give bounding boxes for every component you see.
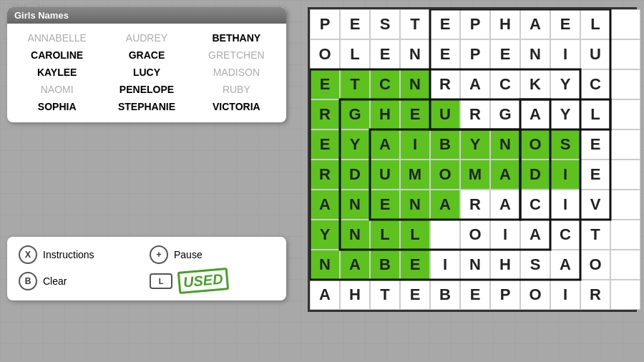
word-kaylee: KAYLEE <box>13 65 101 79</box>
grid-cell: N <box>400 69 430 99</box>
grid-cell: L <box>340 39 370 69</box>
grid-cell: E <box>580 129 610 160</box>
hint-control: L USED <box>150 270 275 292</box>
grid-cell: R <box>460 190 490 220</box>
grid-cell: E <box>580 160 610 190</box>
b-button[interactable]: B <box>19 272 37 290</box>
grid-cell: B <box>370 250 400 280</box>
grid-cell: E <box>370 190 400 220</box>
grid-cell: U <box>580 39 610 69</box>
grid-cell: L <box>400 220 430 250</box>
grid-cell: U <box>430 99 460 129</box>
grid-cell: C <box>490 69 520 99</box>
grid-cell: C <box>370 69 400 99</box>
grid-cell: V <box>580 190 610 220</box>
grid-cell: D <box>340 160 370 190</box>
word-grace: GRACE <box>102 48 190 62</box>
grid-cell: S <box>370 9 400 39</box>
grid-cell: E <box>310 69 340 99</box>
grid-cell: M <box>460 160 490 190</box>
word-ruby: RUBY <box>192 82 280 97</box>
grid-cell: H <box>490 250 520 280</box>
grid-cell <box>610 129 640 160</box>
grid-cell: I <box>430 250 460 280</box>
pause-label: Pause <box>174 249 203 260</box>
grid-cell: N <box>400 190 430 220</box>
grid-cell <box>430 220 460 250</box>
grid-cell <box>610 160 640 190</box>
grid-cell: T <box>400 9 430 39</box>
grid-cell: N <box>340 190 370 220</box>
word-list: ANNABELLE AUDREY BETHANY CAROLINE GRACE … <box>7 24 286 122</box>
grid-cell: E <box>400 99 430 129</box>
word-caroline: CAROLINE <box>13 48 101 62</box>
instructions-control: X Instructions <box>19 245 144 264</box>
grid-cell: Y <box>310 220 340 250</box>
word-list-box: Girls Names ANNABELLE AUDREY BETHANY CAR… <box>7 7 286 122</box>
x-button[interactable]: X <box>19 245 37 264</box>
grid-cell: A <box>340 250 370 280</box>
grid-cell: E <box>400 250 430 280</box>
grid-cell: O <box>430 160 460 190</box>
grid-cell: O <box>460 220 490 250</box>
grid-cell: O <box>310 39 340 69</box>
grid-cell: N <box>400 39 430 69</box>
grid-cell: P <box>490 280 520 310</box>
used-stamp: USED <box>177 268 229 294</box>
grid-cell: I <box>550 280 580 310</box>
grid-cell: B <box>430 129 460 160</box>
grid-cell: N <box>310 250 340 280</box>
grid-cell: L <box>580 99 610 129</box>
grid-cell: P <box>310 9 340 39</box>
grid-cell: P <box>460 9 490 39</box>
grid-cell: E <box>430 39 460 69</box>
grid-cell <box>610 69 640 99</box>
grid-cell: T <box>370 280 400 310</box>
grid-cell: A <box>550 250 580 280</box>
grid-cell: H <box>340 280 370 310</box>
grid-cell <box>610 190 640 220</box>
grid-cell: O <box>520 129 550 160</box>
grid-cell: Y <box>550 99 580 129</box>
word-annabelle: ANNABELLE <box>13 31 101 45</box>
word-madison: MADISON <box>192 65 280 79</box>
grid-cell: N <box>520 39 550 69</box>
grid-cell: H <box>370 99 400 129</box>
clear-label: Clear <box>43 275 67 287</box>
grid-cell: R <box>430 69 460 99</box>
grid-cell: H <box>490 9 520 39</box>
grid-cell: G <box>490 99 520 129</box>
grid-cell: T <box>340 69 370 99</box>
grid-cell: I <box>400 129 430 160</box>
word-bethany: BETHANY <box>192 31 280 45</box>
l-button[interactable]: L <box>150 273 172 289</box>
grid-cell: I <box>550 190 580 220</box>
plus-button[interactable]: + <box>150 245 168 264</box>
grid-cell: R <box>460 99 490 129</box>
grid-cell: A <box>460 69 490 99</box>
grid-cell: Y <box>460 129 490 160</box>
grid-cell: E <box>460 280 490 310</box>
grid-cell <box>610 250 640 280</box>
grid-cell: C <box>520 190 550 220</box>
grid-cell: Y <box>550 69 580 99</box>
word-audrey: AUDREY <box>102 31 190 45</box>
category-title: Girls Names <box>7 7 286 24</box>
grid-cell: A <box>520 220 550 250</box>
grid-cell <box>610 39 640 69</box>
grid-cell: M <box>400 160 430 190</box>
grid-cell: E <box>370 39 400 69</box>
grid-cell: E <box>550 9 580 39</box>
grid-cell: B <box>430 280 460 310</box>
word-victoria: VICTORIA <box>192 99 280 114</box>
grid-cell: N <box>460 250 490 280</box>
grid-cell: S <box>520 250 550 280</box>
grid-cell: O <box>580 250 610 280</box>
grid-cell: A <box>490 190 520 220</box>
word-stephanie: STEPHANIE <box>102 99 190 114</box>
grid-cell <box>610 220 640 250</box>
word-naomi: NAOMI <box>13 82 101 97</box>
grid-panel: PESTEPHAELOLENEPENIUETCNRACKYCRGHEURGAYL… <box>308 7 637 312</box>
grid-cell: Y <box>340 129 370 160</box>
left-panel: Girls Names ANNABELLE AUDREY BETHANY CAR… <box>7 7 286 300</box>
